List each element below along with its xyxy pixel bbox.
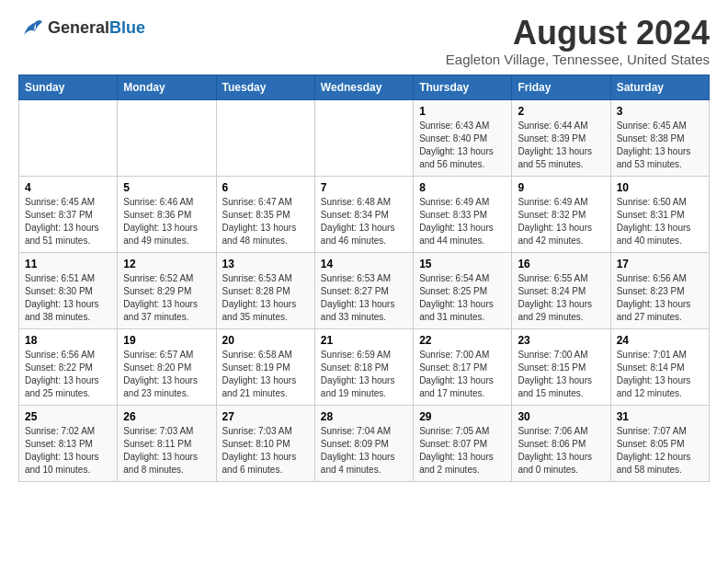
day-detail: Sunrise: 7:05 AMSunset: 8:07 PMDaylight:… [419, 425, 506, 477]
day-number: 13 [222, 258, 309, 270]
header-monday: Monday [118, 75, 216, 99]
calendar-cell-1-4: 8Sunrise: 6:49 AMSunset: 8:33 PMDaylight… [414, 176, 512, 252]
header-wednesday: Wednesday [314, 75, 413, 99]
day-detail: Sunrise: 6:56 AMSunset: 8:23 PMDaylight:… [617, 272, 703, 324]
day-number: 23 [518, 334, 604, 347]
calendar-cell-2-3: 14Sunrise: 6:53 AMSunset: 8:27 PMDayligh… [314, 252, 413, 328]
day-detail: Sunrise: 6:45 AMSunset: 8:37 PMDaylight:… [25, 196, 111, 247]
day-number: 20 [222, 334, 309, 347]
day-number: 22 [419, 334, 506, 347]
calendar-cell-2-2: 13Sunrise: 6:53 AMSunset: 8:28 PMDayligh… [216, 252, 314, 328]
calendar-cell-3-1: 19Sunrise: 6:57 AMSunset: 8:20 PMDayligh… [118, 328, 216, 405]
day-detail: Sunrise: 6:44 AMSunset: 8:39 PMDaylight:… [518, 120, 604, 171]
calendar-cell-4-1: 26Sunrise: 7:03 AMSunset: 8:11 PMDayligh… [118, 405, 216, 481]
day-detail: Sunrise: 6:58 AMSunset: 8:19 PMDaylight:… [222, 349, 309, 400]
day-detail: Sunrise: 6:55 AMSunset: 8:24 PMDaylight:… [518, 272, 604, 324]
day-number: 15 [419, 258, 506, 270]
calendar-cell-4-5: 30Sunrise: 7:06 AMSunset: 8:06 PMDayligh… [512, 405, 610, 481]
logo-blue: Blue [109, 18, 145, 37]
calendar-cell-0-5: 2Sunrise: 6:44 AMSunset: 8:39 PMDaylight… [512, 99, 610, 176]
day-number: 27 [222, 410, 309, 423]
logo-text: GeneralBlue [48, 18, 145, 38]
day-number: 19 [123, 334, 210, 347]
day-detail: Sunrise: 6:57 AMSunset: 8:20 PMDaylight:… [123, 349, 210, 400]
day-detail: Sunrise: 6:53 AMSunset: 8:27 PMDaylight:… [321, 272, 407, 324]
day-detail: Sunrise: 7:00 AMSunset: 8:15 PMDaylight:… [518, 349, 604, 400]
day-number: 17 [617, 258, 703, 270]
day-number: 14 [321, 258, 407, 270]
day-detail: Sunrise: 6:56 AMSunset: 8:22 PMDaylight:… [25, 349, 111, 400]
day-detail: Sunrise: 6:48 AMSunset: 8:34 PMDaylight:… [321, 196, 407, 247]
calendar-cell-0-4: 1Sunrise: 6:43 AMSunset: 8:40 PMDaylight… [414, 99, 512, 176]
logo-icon [18, 15, 44, 40]
header-sunday: Sunday [19, 75, 118, 99]
calendar-cell-4-6: 31Sunrise: 7:07 AMSunset: 8:05 PMDayligh… [610, 405, 709, 481]
day-number: 26 [123, 410, 210, 423]
logo: GeneralBlue [18, 15, 145, 40]
day-detail: Sunrise: 6:50 AMSunset: 8:31 PMDaylight:… [617, 196, 703, 247]
day-detail: Sunrise: 6:52 AMSunset: 8:29 PMDaylight:… [123, 272, 210, 324]
calendar-cell-3-6: 24Sunrise: 7:01 AMSunset: 8:14 PMDayligh… [610, 328, 709, 405]
day-number: 21 [321, 334, 407, 347]
calendar-week-2: 11Sunrise: 6:51 AMSunset: 8:30 PMDayligh… [19, 252, 710, 328]
day-number: 25 [25, 410, 111, 423]
calendar-cell-2-6: 17Sunrise: 6:56 AMSunset: 8:23 PMDayligh… [610, 252, 709, 328]
day-number: 24 [617, 334, 703, 347]
calendar-table: Sunday Monday Tuesday Wednesday Thursday… [18, 75, 710, 482]
header-friday: Friday [512, 75, 610, 99]
day-number: 16 [518, 258, 604, 270]
subtitle: Eagleton Village, Tennessee, United Stat… [446, 52, 710, 67]
day-number: 18 [25, 334, 111, 347]
main-title: August 2024 [446, 15, 710, 52]
day-number: 7 [321, 181, 407, 194]
calendar-cell-2-1: 12Sunrise: 6:52 AMSunset: 8:29 PMDayligh… [118, 252, 216, 328]
day-detail: Sunrise: 6:59 AMSunset: 8:18 PMDaylight:… [321, 349, 407, 400]
day-detail: Sunrise: 6:53 AMSunset: 8:28 PMDaylight:… [222, 272, 309, 324]
day-number: 12 [123, 258, 210, 270]
header-row: Sunday Monday Tuesday Wednesday Thursday… [19, 75, 710, 99]
day-number: 11 [25, 258, 111, 270]
day-number: 28 [321, 410, 407, 423]
calendar-week-0: 1Sunrise: 6:43 AMSunset: 8:40 PMDaylight… [19, 99, 710, 176]
header-thursday: Thursday [414, 75, 512, 99]
calendar-cell-3-2: 20Sunrise: 6:58 AMSunset: 8:19 PMDayligh… [216, 328, 314, 405]
day-detail: Sunrise: 6:47 AMSunset: 8:35 PMDaylight:… [222, 196, 309, 247]
calendar-week-3: 18Sunrise: 6:56 AMSunset: 8:22 PMDayligh… [19, 328, 710, 405]
day-detail: Sunrise: 6:51 AMSunset: 8:30 PMDaylight:… [25, 272, 111, 324]
day-detail: Sunrise: 7:01 AMSunset: 8:14 PMDaylight:… [617, 349, 703, 400]
day-detail: Sunrise: 7:07 AMSunset: 8:05 PMDaylight:… [617, 425, 703, 477]
calendar-cell-1-2: 6Sunrise: 6:47 AMSunset: 8:35 PMDaylight… [216, 176, 314, 252]
calendar-cell-0-3 [314, 99, 413, 176]
title-block: August 2024 Eagleton Village, Tennessee,… [446, 15, 710, 67]
day-number: 29 [419, 410, 506, 423]
day-number: 5 [123, 181, 210, 194]
calendar-cell-4-3: 28Sunrise: 7:04 AMSunset: 8:09 PMDayligh… [314, 405, 413, 481]
day-number: 2 [518, 105, 604, 118]
calendar-cell-3-3: 21Sunrise: 6:59 AMSunset: 8:18 PMDayligh… [314, 328, 413, 405]
day-number: 9 [518, 181, 604, 194]
day-detail: Sunrise: 6:54 AMSunset: 8:25 PMDaylight:… [419, 272, 506, 324]
day-number: 4 [25, 181, 111, 194]
day-detail: Sunrise: 7:06 AMSunset: 8:06 PMDaylight:… [518, 425, 604, 477]
day-detail: Sunrise: 6:49 AMSunset: 8:32 PMDaylight:… [518, 196, 604, 247]
header-saturday: Saturday [610, 75, 709, 99]
day-detail: Sunrise: 6:49 AMSunset: 8:33 PMDaylight:… [419, 196, 506, 247]
calendar-cell-0-6: 3Sunrise: 6:45 AMSunset: 8:38 PMDaylight… [610, 99, 709, 176]
day-detail: Sunrise: 6:45 AMSunset: 8:38 PMDaylight:… [617, 120, 703, 171]
calendar-week-4: 25Sunrise: 7:02 AMSunset: 8:13 PMDayligh… [19, 405, 710, 481]
calendar-header: Sunday Monday Tuesday Wednesday Thursday… [19, 75, 710, 99]
calendar-cell-2-0: 11Sunrise: 6:51 AMSunset: 8:30 PMDayligh… [19, 252, 118, 328]
calendar-cell-2-5: 16Sunrise: 6:55 AMSunset: 8:24 PMDayligh… [512, 252, 610, 328]
day-number: 1 [419, 105, 506, 118]
day-detail: Sunrise: 7:02 AMSunset: 8:13 PMDaylight:… [25, 425, 111, 477]
calendar-cell-4-4: 29Sunrise: 7:05 AMSunset: 8:07 PMDayligh… [414, 405, 512, 481]
header-tuesday: Tuesday [216, 75, 314, 99]
day-detail: Sunrise: 6:43 AMSunset: 8:40 PMDaylight:… [419, 120, 506, 171]
calendar-cell-1-3: 7Sunrise: 6:48 AMSunset: 8:34 PMDaylight… [314, 176, 413, 252]
calendar-cell-3-0: 18Sunrise: 6:56 AMSunset: 8:22 PMDayligh… [19, 328, 118, 405]
day-detail: Sunrise: 7:04 AMSunset: 8:09 PMDaylight:… [321, 425, 407, 477]
logo-general: General [48, 18, 109, 37]
calendar-cell-3-4: 22Sunrise: 7:00 AMSunset: 8:17 PMDayligh… [414, 328, 512, 405]
calendar-cell-1-6: 10Sunrise: 6:50 AMSunset: 8:31 PMDayligh… [610, 176, 709, 252]
calendar-cell-0-1 [118, 99, 216, 176]
